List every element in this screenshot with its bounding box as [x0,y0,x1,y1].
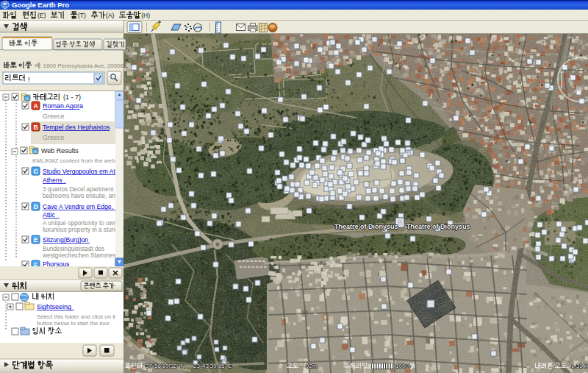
svg-text:Greece: Greece [43,113,65,120]
svg-text:1.31 k: 1.31 k [571,363,588,369]
svg-text:Google Earth Pro: Google Earth Pro [12,1,69,9]
svg-text:92m: 92m [306,363,318,369]
svg-text:37°58'10.32" N: 37°58'10.32" N [146,363,185,369]
svg-text:Select this folder and click o: Select this folder and click on the 'Pl [37,313,129,320]
svg-text:luxurious property in a stunni: luxurious property in a stunning [43,227,126,233]
svg-text:A unique opportunity to own a: A unique opportunity to own a [43,220,122,227]
svg-text:Sightseeing: Sightseeing [37,303,71,310]
svg-text:E: E [34,236,38,244]
svg-text:C: C [33,168,37,175]
svg-text:westgriechischen Stammes der: westgriechischen Stammes der [42,252,126,259]
svg-text:: 1600 Pennsylvania Ave, 20006: : 1600 Pennsylvania Ave, 20006 [40,63,124,69]
svg-text:Roman Agora: Roman Agora [43,102,83,110]
svg-text:Web Results: Web Results [41,147,79,154]
svg-text:(1 - 7): (1 - 7) [63,93,81,101]
svg-text:(T): (T) [78,12,86,19]
svg-text:Bundesinquisistadt des: Bundesinquisistadt des [43,246,104,252]
svg-text:23°43'39.85" E: 23°43'39.85" E [193,363,232,369]
svg-text:Greece: Greece [43,134,65,141]
svg-text:(H): (H) [141,12,150,19]
svg-text:Attic: Attic [43,211,55,219]
svg-text:!: ! [28,75,30,83]
svg-text:100%: 100% [395,363,410,369]
svg-text:bedrooms have ensuite, and in: bedrooms have ensuite, and in [43,193,125,199]
svg-text:D: D [33,203,37,210]
svg-text:(A): (A) [106,12,115,19]
svg-text:A: A [33,102,37,110]
svg-text:KML/KMZ content from the web r: KML/KMZ content from the web re [32,157,122,164]
svg-text:Sitzung(Burg)on: Sitzung(Burg)on [43,236,88,244]
svg-text:(E): (E) [37,12,46,19]
svg-text:B: B [33,124,37,131]
svg-text:button below to start the tour: button below to start the tour [37,320,110,327]
svg-text:Tempel des Hephaistos: Tempel des Hephaistos [43,124,110,131]
svg-text:3 quartos Decel apartment: 3 quartos Decel apartment [43,186,114,193]
svg-text:Athens .: Athens . [43,177,66,184]
